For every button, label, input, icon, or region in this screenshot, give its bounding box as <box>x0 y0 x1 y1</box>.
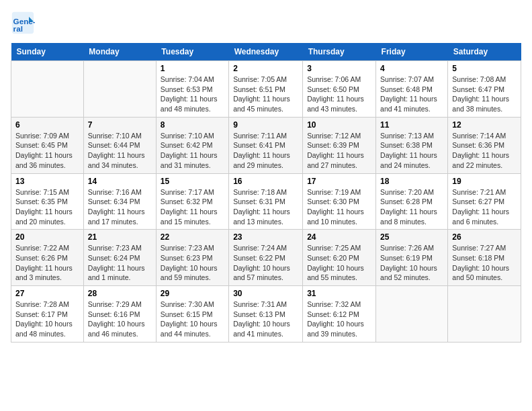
calendar-cell: 13Sunrise: 7:15 AM Sunset: 6:35 PM Dayli… <box>11 173 84 230</box>
cell-content: Sunrise: 7:15 AM Sunset: 6:35 PM Dayligh… <box>15 187 79 227</box>
cell-content: Sunrise: 7:23 AM Sunset: 6:24 PM Dayligh… <box>88 243 152 283</box>
calendar-cell: 9Sunrise: 7:11 AM Sunset: 6:41 PM Daylig… <box>229 117 303 173</box>
svg-text:ral: ral <box>13 24 23 33</box>
day-number: 18 <box>380 177 443 186</box>
day-number: 8 <box>161 120 224 130</box>
cell-content: Sunrise: 7:21 AM Sunset: 6:27 PM Dayligh… <box>452 187 517 227</box>
calendar-header-row: SundayMondayTuesdayWednesdayThursdayFrid… <box>11 43 521 61</box>
calendar-cell: 19Sunrise: 7:21 AM Sunset: 6:27 PM Dayli… <box>448 173 521 230</box>
weekday-header-tuesday: Tuesday <box>156 43 228 61</box>
calendar-week-3: 13Sunrise: 7:15 AM Sunset: 6:35 PM Dayli… <box>11 173 521 230</box>
weekday-header-saturday: Saturday <box>448 43 521 61</box>
day-number: 27 <box>15 289 79 298</box>
weekday-header-friday: Friday <box>376 43 448 61</box>
day-number: 26 <box>452 232 517 242</box>
cell-content: Sunrise: 7:06 AM Sunset: 6:50 PM Dayligh… <box>307 75 371 114</box>
day-number: 13 <box>15 177 79 186</box>
calendar-cell: 1Sunrise: 7:04 AM Sunset: 6:53 PM Daylig… <box>156 61 228 118</box>
calendar-cell: 2Sunrise: 7:05 AM Sunset: 6:51 PM Daylig… <box>229 61 303 118</box>
day-number: 25 <box>380 232 443 242</box>
cell-content: Sunrise: 7:26 AM Sunset: 6:19 PM Dayligh… <box>380 243 443 283</box>
calendar-cell: 25Sunrise: 7:26 AM Sunset: 6:19 PM Dayli… <box>376 230 448 286</box>
calendar-cell: 17Sunrise: 7:19 AM Sunset: 6:30 PM Dayli… <box>303 173 376 230</box>
day-number: 23 <box>233 232 298 242</box>
calendar-cell: 27Sunrise: 7:28 AM Sunset: 6:17 PM Dayli… <box>11 286 84 342</box>
cell-content: Sunrise: 7:23 AM Sunset: 6:23 PM Dayligh… <box>161 243 224 283</box>
cell-content: Sunrise: 7:14 AM Sunset: 6:36 PM Dayligh… <box>452 131 517 171</box>
calendar-cell: 16Sunrise: 7:18 AM Sunset: 6:31 PM Dayli… <box>229 173 303 230</box>
day-number: 3 <box>307 64 371 73</box>
cell-content: Sunrise: 7:05 AM Sunset: 6:51 PM Dayligh… <box>233 75 298 114</box>
calendar-cell <box>83 61 156 118</box>
day-number: 6 <box>15 120 79 130</box>
day-number: 1 <box>161 64 224 73</box>
weekday-header-monday: Monday <box>83 43 156 61</box>
cell-content: Sunrise: 7:19 AM Sunset: 6:30 PM Dayligh… <box>307 187 371 227</box>
cell-content: Sunrise: 7:11 AM Sunset: 6:41 PM Dayligh… <box>233 131 298 171</box>
cell-content: Sunrise: 7:18 AM Sunset: 6:31 PM Dayligh… <box>233 187 298 227</box>
calendar-table: SundayMondayTuesdayWednesdayThursdayFrid… <box>11 43 521 342</box>
cell-content: Sunrise: 7:08 AM Sunset: 6:47 PM Dayligh… <box>452 75 517 114</box>
calendar-cell: 29Sunrise: 7:30 AM Sunset: 6:15 PM Dayli… <box>156 286 228 342</box>
cell-content: Sunrise: 7:13 AM Sunset: 6:38 PM Dayligh… <box>380 131 443 171</box>
day-number: 7 <box>88 120 152 130</box>
cell-content: Sunrise: 7:25 AM Sunset: 6:20 PM Dayligh… <box>307 243 371 283</box>
cell-content: Sunrise: 7:07 AM Sunset: 6:48 PM Dayligh… <box>380 75 443 114</box>
calendar-week-1: 1Sunrise: 7:04 AM Sunset: 6:53 PM Daylig… <box>11 61 521 118</box>
cell-content: Sunrise: 7:24 AM Sunset: 6:22 PM Dayligh… <box>233 243 298 283</box>
day-number: 11 <box>380 120 443 130</box>
day-number: 17 <box>307 177 371 186</box>
calendar-cell: 21Sunrise: 7:23 AM Sunset: 6:24 PM Dayli… <box>83 230 156 286</box>
calendar-cell: 26Sunrise: 7:27 AM Sunset: 6:18 PM Dayli… <box>448 230 521 286</box>
day-number: 12 <box>452 120 517 130</box>
calendar-cell: 5Sunrise: 7:08 AM Sunset: 6:47 PM Daylig… <box>448 61 521 118</box>
calendar-cell <box>376 286 448 342</box>
logo: Gene- ral <box>11 11 38 35</box>
calendar-cell: 11Sunrise: 7:13 AM Sunset: 6:38 PM Dayli… <box>376 117 448 173</box>
logo-icon: Gene- ral <box>11 11 35 35</box>
cell-content: Sunrise: 7:20 AM Sunset: 6:28 PM Dayligh… <box>380 187 443 227</box>
calendar-cell: 12Sunrise: 7:14 AM Sunset: 6:36 PM Dayli… <box>448 117 521 173</box>
day-number: 29 <box>161 289 224 298</box>
day-number: 19 <box>452 177 517 186</box>
cell-content: Sunrise: 7:30 AM Sunset: 6:15 PM Dayligh… <box>161 300 224 339</box>
cell-content: Sunrise: 7:10 AM Sunset: 6:42 PM Dayligh… <box>161 131 224 171</box>
day-number: 9 <box>233 120 298 130</box>
cell-content: Sunrise: 7:27 AM Sunset: 6:18 PM Dayligh… <box>452 243 517 283</box>
calendar-cell: 10Sunrise: 7:12 AM Sunset: 6:39 PM Dayli… <box>303 117 376 173</box>
calendar-cell: 24Sunrise: 7:25 AM Sunset: 6:20 PM Dayli… <box>303 230 376 286</box>
weekday-header-wednesday: Wednesday <box>229 43 303 61</box>
calendar-cell <box>448 286 521 342</box>
calendar-cell: 7Sunrise: 7:10 AM Sunset: 6:44 PM Daylig… <box>83 117 156 173</box>
calendar-week-5: 27Sunrise: 7:28 AM Sunset: 6:17 PM Dayli… <box>11 286 521 342</box>
cell-content: Sunrise: 7:29 AM Sunset: 6:16 PM Dayligh… <box>88 300 152 339</box>
cell-content: Sunrise: 7:17 AM Sunset: 6:32 PM Dayligh… <box>161 187 224 227</box>
calendar-cell: 18Sunrise: 7:20 AM Sunset: 6:28 PM Dayli… <box>376 173 448 230</box>
calendar-cell: 8Sunrise: 7:10 AM Sunset: 6:42 PM Daylig… <box>156 117 228 173</box>
day-number: 28 <box>88 289 152 298</box>
cell-content: Sunrise: 7:04 AM Sunset: 6:53 PM Dayligh… <box>161 75 224 114</box>
calendar-cell: 15Sunrise: 7:17 AM Sunset: 6:32 PM Dayli… <box>156 173 228 230</box>
day-number: 20 <box>15 232 79 242</box>
calendar-week-4: 20Sunrise: 7:22 AM Sunset: 6:26 PM Dayli… <box>11 230 521 286</box>
calendar-cell: 3Sunrise: 7:06 AM Sunset: 6:50 PM Daylig… <box>303 61 376 118</box>
calendar-cell: 4Sunrise: 7:07 AM Sunset: 6:48 PM Daylig… <box>376 61 448 118</box>
day-number: 16 <box>233 177 298 186</box>
calendar-cell <box>11 61 84 118</box>
day-number: 4 <box>380 64 443 73</box>
cell-content: Sunrise: 7:16 AM Sunset: 6:34 PM Dayligh… <box>88 187 152 227</box>
day-number: 15 <box>161 177 224 186</box>
day-number: 30 <box>233 289 298 298</box>
weekday-header-sunday: Sunday <box>11 43 84 61</box>
page-header: Gene- ral <box>11 11 521 35</box>
calendar-cell: 14Sunrise: 7:16 AM Sunset: 6:34 PM Dayli… <box>83 173 156 230</box>
day-number: 10 <box>307 120 371 130</box>
day-number: 24 <box>307 232 371 242</box>
calendar-cell: 23Sunrise: 7:24 AM Sunset: 6:22 PM Dayli… <box>229 230 303 286</box>
day-number: 14 <box>88 177 152 186</box>
weekday-header-thursday: Thursday <box>303 43 376 61</box>
day-number: 21 <box>88 232 152 242</box>
cell-content: Sunrise: 7:09 AM Sunset: 6:45 PM Dayligh… <box>15 131 79 171</box>
cell-content: Sunrise: 7:32 AM Sunset: 6:12 PM Dayligh… <box>307 300 371 339</box>
calendar-cell: 30Sunrise: 7:31 AM Sunset: 6:13 PM Dayli… <box>229 286 303 342</box>
